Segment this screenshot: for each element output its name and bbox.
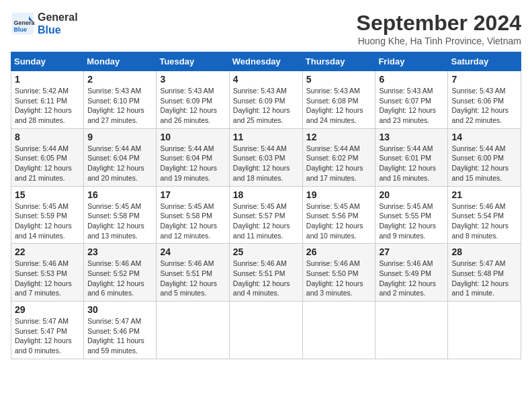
day-info: Sunrise: 5:42 AMSunset: 6:11 PMDaylight:…: [15, 86, 80, 126]
day-info: Sunrise: 5:44 AMSunset: 6:02 PMDaylight:…: [306, 144, 372, 183]
day-info: Sunrise: 5:43 AMSunset: 6:09 PMDaylight:…: [160, 86, 225, 126]
day-info: Sunrise: 5:46 AMSunset: 5:51 PMDaylight:…: [233, 259, 299, 298]
calendar-cell: 9Sunrise: 5:44 AMSunset: 6:04 PMDaylight…: [84, 128, 157, 186]
calendar-cell: 28Sunrise: 5:47 AMSunset: 5:48 PMDayligh…: [448, 244, 521, 302]
day-number: 24: [160, 246, 225, 257]
day-number: 16: [87, 189, 152, 200]
weekday-header-thursday: Thursday: [302, 52, 375, 71]
calendar-cell: 15Sunrise: 5:45 AMSunset: 5:59 PMDayligh…: [11, 186, 84, 244]
day-number: 1: [15, 74, 80, 85]
calendar-week-row: 29Sunrise: 5:47 AMSunset: 5:47 PMDayligh…: [11, 302, 521, 359]
page-header: General Blue General Blue September 2024…: [11, 11, 521, 46]
day-info: Sunrise: 5:46 AMSunset: 5:50 PMDaylight:…: [306, 259, 372, 298]
title-block: September 2024 Huong Khe, Ha Tinh Provin…: [357, 11, 521, 46]
calendar-cell: 8Sunrise: 5:44 AMSunset: 6:05 PMDaylight…: [11, 128, 84, 186]
calendar-cell: [157, 302, 229, 359]
calendar-cell: 20Sunrise: 5:45 AMSunset: 5:55 PMDayligh…: [375, 186, 448, 244]
calendar-cell: 10Sunrise: 5:44 AMSunset: 6:04 PMDayligh…: [157, 128, 229, 186]
calendar-cell: 22Sunrise: 5:46 AMSunset: 5:53 PMDayligh…: [11, 244, 84, 302]
calendar-cell: 23Sunrise: 5:46 AMSunset: 5:52 PMDayligh…: [84, 244, 157, 302]
day-info: Sunrise: 5:43 AMSunset: 6:06 PMDaylight:…: [451, 86, 517, 126]
calendar-week-row: 1Sunrise: 5:42 AMSunset: 6:11 PMDaylight…: [11, 71, 521, 129]
calendar-week-row: 22Sunrise: 5:46 AMSunset: 5:53 PMDayligh…: [11, 244, 521, 302]
weekday-header-sunday: Sunday: [11, 52, 84, 71]
day-number: 20: [379, 189, 444, 200]
day-info: Sunrise: 5:44 AMSunset: 6:01 PMDaylight:…: [379, 144, 444, 183]
weekday-header-friday: Friday: [375, 52, 448, 71]
logo: General Blue General Blue: [11, 11, 78, 36]
day-info: Sunrise: 5:43 AMSunset: 6:10 PMDaylight:…: [87, 86, 152, 126]
calendar-cell: 5Sunrise: 5:43 AMSunset: 6:08 PMDaylight…: [302, 71, 375, 129]
day-info: Sunrise: 5:44 AMSunset: 6:05 PMDaylight:…: [15, 144, 80, 183]
weekday-header-wednesday: Wednesday: [229, 52, 302, 71]
logo-icon: General Blue: [11, 11, 35, 36]
calendar-cell: 21Sunrise: 5:46 AMSunset: 5:54 PMDayligh…: [448, 186, 521, 244]
weekday-header-row: SundayMondayTuesdayWednesdayThursdayFrid…: [11, 52, 521, 71]
day-info: Sunrise: 5:44 AMSunset: 6:04 PMDaylight:…: [87, 144, 152, 183]
weekday-header-saturday: Saturday: [448, 52, 521, 71]
day-number: 7: [451, 74, 517, 85]
day-number: 23: [87, 246, 152, 257]
weekday-header-tuesday: Tuesday: [157, 52, 229, 71]
svg-text:Blue: Blue: [14, 26, 28, 33]
calendar-cell: 3Sunrise: 5:43 AMSunset: 6:09 PMDaylight…: [157, 71, 229, 129]
day-number: 11: [233, 132, 299, 142]
day-info: Sunrise: 5:47 AMSunset: 5:48 PMDaylight:…: [451, 259, 517, 298]
calendar-cell: [229, 302, 302, 359]
calendar-cell: 27Sunrise: 5:46 AMSunset: 5:49 PMDayligh…: [375, 244, 448, 302]
calendar-cell: 19Sunrise: 5:45 AMSunset: 5:56 PMDayligh…: [302, 186, 375, 244]
day-info: Sunrise: 5:46 AMSunset: 5:51 PMDaylight:…: [160, 259, 225, 298]
calendar-cell: 24Sunrise: 5:46 AMSunset: 5:51 PMDayligh…: [157, 244, 229, 302]
day-info: Sunrise: 5:46 AMSunset: 5:52 PMDaylight:…: [87, 259, 152, 298]
day-number: 12: [306, 132, 372, 142]
day-number: 3: [160, 74, 225, 85]
calendar-cell: 29Sunrise: 5:47 AMSunset: 5:47 PMDayligh…: [11, 302, 84, 359]
day-info: Sunrise: 5:47 AMSunset: 5:47 PMDaylight:…: [15, 316, 80, 356]
calendar-cell: 6Sunrise: 5:43 AMSunset: 6:07 PMDaylight…: [375, 71, 448, 129]
calendar-cell: 1Sunrise: 5:42 AMSunset: 6:11 PMDaylight…: [11, 71, 84, 129]
day-info: Sunrise: 5:46 AMSunset: 5:49 PMDaylight:…: [379, 259, 444, 298]
day-info: Sunrise: 5:47 AMSunset: 5:46 PMDaylight:…: [87, 316, 152, 356]
calendar-cell: 30Sunrise: 5:47 AMSunset: 5:46 PMDayligh…: [84, 302, 157, 359]
day-info: Sunrise: 5:43 AMSunset: 6:09 PMDaylight:…: [233, 86, 299, 126]
day-info: Sunrise: 5:46 AMSunset: 5:53 PMDaylight:…: [15, 259, 80, 298]
month-title: September 2024: [357, 11, 521, 36]
day-number: 9: [87, 132, 152, 142]
calendar-cell: 16Sunrise: 5:45 AMSunset: 5:58 PMDayligh…: [84, 186, 157, 244]
day-info: Sunrise: 5:45 AMSunset: 5:58 PMDaylight:…: [87, 201, 152, 241]
calendar-cell: 13Sunrise: 5:44 AMSunset: 6:01 PMDayligh…: [375, 128, 448, 186]
day-number: 27: [379, 246, 444, 257]
calendar-cell: 26Sunrise: 5:46 AMSunset: 5:50 PMDayligh…: [302, 244, 375, 302]
day-info: Sunrise: 5:45 AMSunset: 5:58 PMDaylight:…: [160, 201, 225, 241]
location: Huong Khe, Ha Tinh Province, Vietnam: [357, 36, 521, 46]
day-info: Sunrise: 5:45 AMSunset: 5:55 PMDaylight:…: [379, 201, 444, 241]
day-number: 10: [160, 132, 225, 142]
day-number: 30: [87, 304, 152, 315]
day-number: 28: [451, 246, 517, 257]
day-number: 5: [306, 74, 372, 85]
day-number: 25: [233, 246, 299, 257]
day-info: Sunrise: 5:43 AMSunset: 6:08 PMDaylight:…: [306, 86, 372, 126]
day-info: Sunrise: 5:45 AMSunset: 5:59 PMDaylight:…: [15, 201, 80, 241]
weekday-header-monday: Monday: [84, 52, 157, 71]
calendar-week-row: 15Sunrise: 5:45 AMSunset: 5:59 PMDayligh…: [11, 186, 521, 244]
day-number: 29: [15, 304, 80, 315]
day-number: 13: [379, 132, 444, 142]
day-number: 19: [306, 189, 372, 200]
calendar-cell: 25Sunrise: 5:46 AMSunset: 5:51 PMDayligh…: [229, 244, 302, 302]
day-number: 17: [160, 189, 225, 200]
day-number: 8: [15, 132, 80, 142]
calendar-table: SundayMondayTuesdayWednesdayThursdayFrid…: [11, 52, 521, 359]
logo-text-general: General: [38, 11, 78, 24]
day-info: Sunrise: 5:44 AMSunset: 6:03 PMDaylight:…: [233, 144, 299, 183]
day-number: 26: [306, 246, 372, 257]
calendar-cell: 12Sunrise: 5:44 AMSunset: 6:02 PMDayligh…: [302, 128, 375, 186]
calendar-cell: 14Sunrise: 5:44 AMSunset: 6:00 PMDayligh…: [448, 128, 521, 186]
day-number: 22: [15, 246, 80, 257]
day-number: 18: [233, 189, 299, 200]
day-info: Sunrise: 5:43 AMSunset: 6:07 PMDaylight:…: [379, 86, 444, 126]
calendar-cell: 4Sunrise: 5:43 AMSunset: 6:09 PMDaylight…: [229, 71, 302, 129]
day-number: 15: [15, 189, 80, 200]
calendar-cell: [448, 302, 521, 359]
calendar-cell: 7Sunrise: 5:43 AMSunset: 6:06 PMDaylight…: [448, 71, 521, 129]
